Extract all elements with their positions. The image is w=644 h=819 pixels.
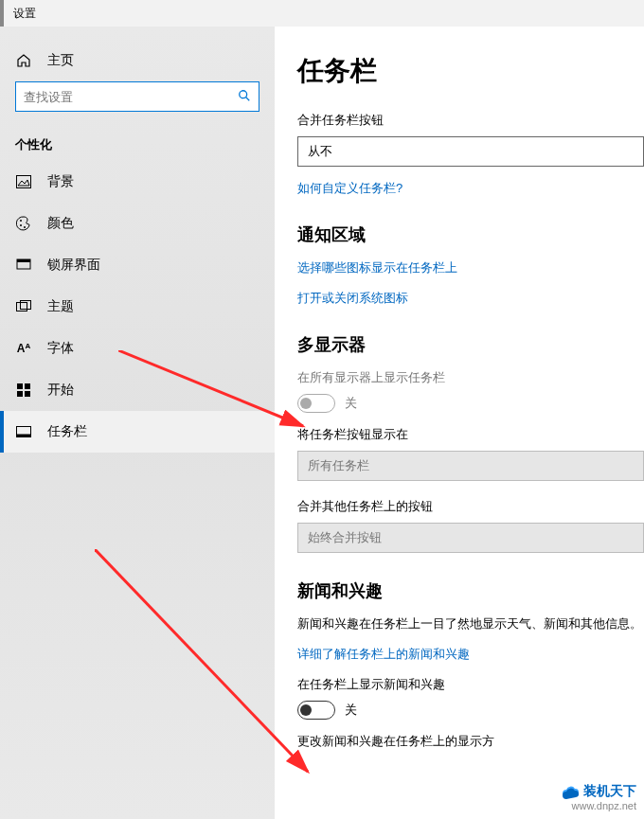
theme-icon: [15, 300, 32, 313]
search-input[interactable]: [24, 90, 238, 104]
sidebar-item-fonts[interactable]: AA 字体: [0, 328, 275, 369]
sidebar-item-label: 主题: [47, 298, 74, 315]
customize-link[interactable]: 如何自定义任务栏?: [297, 180, 644, 197]
brand-name: 装机天下: [583, 783, 636, 800]
multi-show-all-toggle[interactable]: [297, 394, 335, 413]
combine-label: 合并任务栏按钮: [297, 112, 644, 129]
image-icon: [15, 175, 32, 188]
sidebar-item-label: 背景: [47, 173, 74, 190]
notify-system-icons-link[interactable]: 打开或关闭系统图标: [297, 290, 644, 307]
sidebar-item-colors[interactable]: 颜色: [0, 203, 275, 244]
news-heading: 新闻和兴趣: [297, 579, 644, 602]
multi-combine-other-dropdown[interactable]: 始终合并按钮: [297, 523, 644, 553]
svg-rect-11: [25, 383, 30, 389]
multi-show-buttons-label: 将任务栏按钮显示在: [297, 426, 644, 443]
toggle-state-label: 关: [345, 395, 357, 412]
sidebar-item-taskbar[interactable]: 任务栏: [0, 411, 275, 453]
search-box[interactable]: [15, 81, 259, 112]
svg-rect-8: [17, 303, 27, 312]
sidebar: 主页 个性化 背景 颜色 锁屏界面: [0, 27, 275, 819]
multi-combine-other-label: 合并其他任务栏上的按钮: [297, 498, 644, 515]
news-learn-link[interactable]: 详细了解任务栏上的新闻和兴趣: [297, 646, 644, 663]
notify-heading: 通知区域: [297, 223, 644, 246]
sidebar-item-label: 开始: [47, 382, 74, 399]
toggle-state-label: 关: [345, 702, 357, 719]
svg-rect-12: [17, 391, 23, 397]
lockscreen-icon: [15, 258, 32, 272]
font-icon: AA: [15, 342, 32, 355]
search-icon: [238, 89, 251, 105]
sidebar-item-label: 任务栏: [47, 423, 87, 440]
multi-heading: 多显示器: [297, 333, 644, 356]
sidebar-item-start[interactable]: 开始: [0, 369, 275, 411]
svg-point-0: [240, 90, 247, 98]
multi-show-buttons-dropdown[interactable]: 所有任务栏: [297, 451, 644, 481]
sidebar-item-label: 锁屏界面: [47, 257, 100, 274]
svg-point-4: [20, 224, 22, 226]
svg-point-5: [24, 226, 26, 228]
combine-dropdown[interactable]: 从不: [297, 136, 644, 167]
notify-icons-link[interactable]: 选择哪些图标显示在任务栏上: [297, 259, 644, 276]
start-icon: [15, 383, 32, 397]
multi-show-all-label: 在所有显示器上显示任务栏: [297, 369, 644, 386]
window-title: 设置: [0, 0, 644, 27]
home-label: 主页: [47, 52, 74, 69]
news-desc: 新闻和兴趣在任务栏上一目了然地显示天气、新闻和其他信息。: [297, 615, 644, 632]
taskbar-icon: [15, 426, 32, 437]
sidebar-item-label: 颜色: [47, 215, 74, 232]
content-pane: 任务栏 合并任务栏按钮 从不 如何自定义任务栏? 通知区域 选择哪些图标显示在任…: [275, 27, 644, 819]
svg-rect-13: [25, 391, 30, 397]
sidebar-item-lockscreen[interactable]: 锁屏界面: [0, 244, 275, 286]
news-show-toggle[interactable]: [297, 701, 335, 720]
sidebar-item-background[interactable]: 背景: [0, 161, 275, 203]
svg-rect-2: [17, 176, 31, 188]
svg-rect-7: [17, 259, 30, 262]
news-change-label: 更改新闻和兴趣在任务栏上的显示方: [297, 733, 644, 750]
svg-rect-10: [17, 383, 23, 389]
news-show-label: 在任务栏上显示新闻和兴趣: [297, 676, 644, 693]
cloud-icon: [561, 784, 580, 799]
home-icon: [15, 53, 32, 68]
svg-line-1: [246, 97, 250, 100]
palette-icon: [15, 216, 32, 231]
sidebar-item-label: 字体: [47, 340, 74, 357]
home-nav[interactable]: 主页: [0, 40, 275, 81]
svg-rect-9: [21, 301, 31, 310]
brand-url: www.dnpz.net: [572, 800, 636, 811]
svg-point-3: [20, 220, 22, 222]
sidebar-item-themes[interactable]: 主题: [0, 286, 275, 328]
watermark: 装机天下 www.dnpz.net: [561, 783, 636, 811]
section-personalization: 个性化: [0, 125, 275, 161]
svg-rect-15: [17, 435, 31, 437]
page-title: 任务栏: [297, 53, 644, 89]
